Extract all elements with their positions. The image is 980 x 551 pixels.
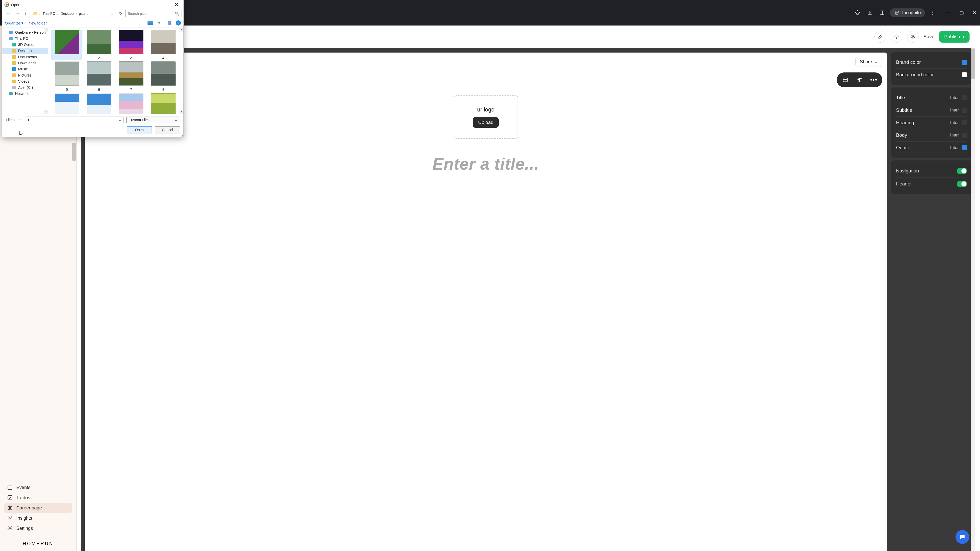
upload-button[interactable]: Upload	[473, 117, 498, 128]
share-button[interactable]: Share	[856, 57, 882, 67]
header-toggle[interactable]	[957, 181, 967, 187]
tree-item[interactable]: Network	[2, 91, 48, 97]
minimize-button[interactable]: —	[946, 10, 951, 16]
typo-font[interactable]: Inter	[950, 108, 959, 113]
grid-scroll-up[interactable]: ▴	[180, 28, 183, 32]
settings-button[interactable]	[891, 31, 902, 43]
sidebar-item-career-page[interactable]: Career page	[4, 503, 72, 513]
file-thumb[interactable]	[51, 93, 83, 114]
typo-font[interactable]: Inter	[950, 133, 959, 138]
typo-font[interactable]: Inter	[950, 145, 959, 150]
download-icon[interactable]	[865, 8, 874, 17]
typo-swatch[interactable]	[962, 108, 967, 113]
file-thumb[interactable]	[116, 93, 147, 114]
tree-item[interactable]: Desktop	[2, 48, 48, 54]
sidebar-scrollbar-thumb[interactable]	[72, 143, 76, 161]
title-placeholder[interactable]: Enter a title...	[85, 155, 887, 173]
open-button[interactable]: Open	[127, 126, 152, 133]
file-name: 5	[51, 87, 83, 92]
kebab-icon[interactable]	[928, 8, 937, 17]
bg-color-swatch[interactable]	[962, 72, 967, 77]
search-input[interactable]: Search pics 🔍	[125, 10, 181, 17]
file-thumb[interactable]	[83, 93, 115, 114]
breadcrumb[interactable]: 📁›This PC›Desktop›pics›⌄	[30, 10, 116, 17]
typo-swatch[interactable]	[962, 145, 967, 150]
panel-scrollbar[interactable]	[971, 48, 975, 551]
tree-scroll-up[interactable]: ▴	[44, 28, 48, 32]
breadcrumb-seg[interactable]: pics	[78, 11, 86, 16]
file-thumb[interactable]	[148, 93, 179, 114]
grid-scroll-down[interactable]: ▾	[180, 110, 183, 114]
pc-icon	[9, 37, 13, 40]
logo-upload-zone[interactable]: ur logo Upload	[454, 95, 518, 139]
close-button[interactable]: ✕	[973, 10, 977, 16]
brush-button[interactable]	[874, 31, 886, 43]
career-page-canvas[interactable]: Share ••• ur logo Upload Enter a title..…	[85, 52, 887, 551]
file-thumb[interactable]: 2	[83, 30, 115, 60]
sidebar-item-todos[interactable]: To-dos	[4, 492, 72, 503]
navigation-toggle[interactable]	[957, 168, 967, 174]
save-button[interactable]: Save	[923, 34, 934, 40]
preview-pane-button[interactable]	[165, 21, 171, 25]
publish-button[interactable]: Publish	[939, 31, 969, 43]
tree-scroll-down[interactable]: ▾	[44, 110, 48, 114]
organize-button[interactable]: Organize ▾	[5, 21, 24, 25]
brand-color-swatch[interactable]	[962, 60, 967, 65]
file-name-input[interactable]: 1	[25, 117, 124, 123]
forward-button[interactable]: →	[14, 11, 21, 16]
file-thumb[interactable]: 8	[148, 62, 179, 92]
back-button[interactable]: ←	[4, 11, 12, 16]
tree-item[interactable]: Documents	[2, 54, 48, 60]
breadcrumb-root[interactable]: 📁	[32, 11, 38, 16]
disk-icon	[12, 86, 16, 89]
tree-item[interactable]: Downloads	[2, 60, 48, 66]
up-button[interactable]: ↑	[23, 11, 28, 16]
tree-item[interactable]: Music	[2, 66, 48, 72]
new-folder-button[interactable]: New folder	[29, 21, 47, 25]
chat-button[interactable]	[956, 530, 969, 544]
resize-grip[interactable]	[180, 133, 183, 137]
breadcrumb-seg[interactable]: This PC	[41, 11, 56, 16]
typo-font[interactable]: Inter	[950, 95, 959, 100]
file-thumb[interactable]: 4	[148, 30, 179, 60]
file-thumb[interactable]: 7	[116, 62, 147, 92]
sidebar-item-insights[interactable]: Insights	[4, 513, 72, 523]
thumbnail-image	[55, 30, 79, 54]
panel-scrollbar-thumb[interactable]	[971, 48, 975, 79]
tree-item[interactable]: Pictures	[2, 72, 48, 78]
dialog-close-button[interactable]: ✕	[171, 2, 181, 7]
tree-item[interactable]: Videos	[2, 78, 48, 84]
sidebar-item-settings[interactable]: Settings	[4, 523, 72, 534]
tree-item[interactable]: This PC	[2, 35, 48, 41]
panel-icon[interactable]	[878, 8, 886, 17]
incognito-badge[interactable]: Incognito	[890, 8, 925, 17]
file-type-select[interactable]: Custom Files	[126, 117, 180, 123]
file-thumb[interactable]: 1	[51, 30, 83, 60]
tree-item[interactable]: OneDrive - Person	[2, 29, 48, 35]
star-icon[interactable]	[853, 8, 862, 17]
tree-item[interactable]: 3D Objects	[2, 41, 48, 48]
gear-icon	[7, 526, 13, 531]
breadcrumb-dropdown[interactable]: ⌄	[110, 11, 114, 16]
file-thumb[interactable]: 5	[51, 62, 83, 92]
sidebar-item-events[interactable]: Events	[4, 483, 72, 492]
typo-font[interactable]: Inter	[950, 120, 959, 125]
adjust-button[interactable]	[855, 75, 864, 85]
maximize-button[interactable]: ▢	[959, 10, 964, 16]
typo-swatch[interactable]	[962, 133, 967, 138]
file-thumb[interactable]: 3	[116, 30, 147, 60]
cancel-button[interactable]: Cancel	[155, 126, 180, 133]
view-mode-button[interactable]	[148, 21, 153, 25]
nav-tree: ▴ ▾ OneDrive - PersonThis PC3D ObjectsDe…	[2, 28, 48, 114]
preview-button[interactable]	[907, 31, 919, 43]
refresh-button[interactable]: ⟳	[118, 11, 124, 16]
help-button[interactable]: ?	[176, 21, 181, 25]
more-button[interactable]: •••	[869, 75, 879, 85]
brand-color-label: Brand color	[896, 59, 921, 65]
typo-swatch[interactable]	[962, 120, 967, 125]
layout-button[interactable]	[840, 75, 850, 85]
typo-swatch[interactable]	[962, 95, 967, 100]
breadcrumb-seg[interactable]: Desktop	[59, 11, 75, 16]
tree-item[interactable]: Acer (C:)	[2, 84, 48, 91]
file-thumb[interactable]: 6	[83, 62, 115, 92]
